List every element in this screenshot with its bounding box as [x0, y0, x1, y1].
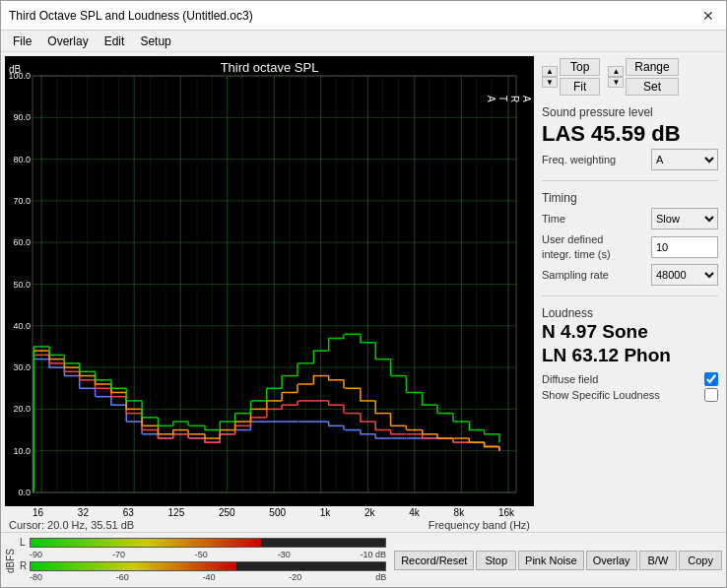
- dbfs-label: dBFS: [5, 549, 16, 573]
- loudness-section: Loudness N 4.97 Sone LN 63.12 Phon Diffu…: [542, 306, 718, 402]
- range-button[interactable]: Range: [626, 58, 678, 76]
- title-bar: Third Octave SPL and Loudness (Untitled.…: [1, 1, 726, 31]
- timing-label: Timing: [542, 191, 718, 205]
- x-label-125: 125: [168, 507, 185, 518]
- r-meter-fill: [31, 562, 236, 570]
- set-button[interactable]: Set: [626, 78, 678, 96]
- sampling-rate-select[interactable]: 44100 48000 96000: [651, 264, 718, 286]
- menu-edit[interactable]: Edit: [97, 33, 133, 50]
- fit-button[interactable]: Fit: [560, 78, 600, 96]
- scale-l-30: -30: [278, 550, 291, 559]
- meters-section: L -90 -70 -50 -30 -10 dB R: [18, 533, 390, 587]
- pink-noise-button[interactable]: Pink Noise: [518, 551, 584, 570]
- loudness-n-value: N 4.97 Sone: [542, 321, 718, 344]
- user-defined-input[interactable]: [651, 236, 718, 258]
- scale-l-90: -90: [30, 550, 42, 559]
- l-scale: -90 -70 -50 -30 -10 dB: [20, 550, 386, 559]
- db-label: dB: [9, 64, 21, 75]
- r-meter-row: R: [20, 560, 386, 571]
- range-spinners: ▲ ▼: [608, 66, 624, 88]
- menu-overlay[interactable]: Overlay: [39, 33, 96, 50]
- r-label: R: [20, 560, 28, 571]
- freq-band-label: Frequency band (Hz): [429, 519, 530, 531]
- record-reset-button[interactable]: Record/Reset: [394, 551, 474, 570]
- right-panel: ▲ ▼ Top Fit ▲ ▼ Range Set: [534, 52, 726, 532]
- divider-2: [542, 295, 718, 296]
- range-set-group: ▲ ▼ Range Set: [608, 58, 678, 96]
- sampling-rate-label: Sampling rate: [542, 269, 609, 281]
- time-select[interactable]: Slow Fast Impulse: [651, 208, 718, 229]
- bw-button[interactable]: B/W: [639, 551, 678, 570]
- range-up-btn[interactable]: ▲: [608, 66, 624, 77]
- sampling-rate-row: Sampling rate 44100 48000 96000: [542, 264, 718, 286]
- top-down-btn[interactable]: ▼: [542, 77, 558, 88]
- r-scale: -80 -60 -40 -20 dB: [20, 572, 386, 582]
- bottom-content: dBFS L -90 -70 -50 -30 -10 dB: [1, 533, 726, 587]
- stop-button[interactable]: Stop: [476, 551, 516, 570]
- diffuse-field-checkbox[interactable]: [704, 372, 718, 386]
- timing-section: Timing Time Slow Fast Impulse User defin…: [542, 191, 718, 286]
- scale-r-40: -40: [203, 572, 216, 582]
- scale-r-60: -60: [116, 572, 129, 582]
- l-meter-track: [30, 538, 386, 548]
- loudness-ln-value: LN 63.12 Phon: [542, 345, 718, 367]
- divider-1: [542, 180, 718, 181]
- show-specific-label: Show Specific Loudness: [542, 389, 660, 401]
- top-controls: ▲ ▼ Top Fit ▲ ▼ Range Set: [542, 58, 718, 96]
- top-spinners: ▲ ▼: [542, 66, 558, 88]
- spl-section: Sound pressure level LAS 45.59 dB Freq. …: [542, 105, 718, 170]
- top-button[interactable]: Top: [560, 58, 600, 76]
- main-window: Third Octave SPL and Loudness (Untitled.…: [0, 0, 727, 588]
- show-specific-checkbox[interactable]: [704, 388, 718, 402]
- scale-l-10: -10 dB: [361, 550, 387, 559]
- overlay-button[interactable]: Overlay: [586, 551, 637, 570]
- freq-weighting-select[interactable]: A B C Z: [651, 149, 718, 170]
- x-label-16k: 16k: [498, 507, 514, 518]
- l-meter-row: L: [20, 537, 386, 548]
- top-up-btn[interactable]: ▲: [542, 66, 558, 77]
- action-buttons: Record/Reset Stop Pink Noise Overlay B/W…: [390, 533, 726, 587]
- l-meter-fill: [31, 539, 261, 547]
- x-label-16: 16: [33, 507, 43, 518]
- freq-weighting-label: Freq. weighting: [542, 154, 616, 165]
- x-label-1k: 1k: [320, 507, 331, 518]
- time-row: Time Slow Fast Impulse: [542, 208, 718, 229]
- top-fit-buttons: Top Fit: [560, 58, 600, 96]
- range-set-buttons: Range Set: [626, 58, 678, 96]
- copy-button[interactable]: Copy: [679, 551, 722, 570]
- x-label-63: 63: [123, 507, 134, 518]
- x-label-4k: 4k: [409, 507, 420, 518]
- cursor-info: Cursor: 20.0 Hz, 35.51 dB: [9, 519, 134, 531]
- diffuse-field-label: Diffuse field: [542, 373, 598, 385]
- chart-area: Third octave SPL dB ARTA: [5, 56, 534, 506]
- arta-label: ARTA: [485, 96, 532, 102]
- main-content: Third octave SPL dB ARTA 16 32 63 125 25…: [1, 52, 726, 532]
- scale-l-50: -50: [195, 550, 208, 559]
- scale-l-70: -70: [112, 550, 125, 559]
- freq-weighting-row: Freq. weighting A B C Z: [542, 149, 718, 170]
- chart-title: Third octave SPL: [5, 60, 534, 75]
- spl-value: LAS 45.59 dB: [542, 121, 718, 147]
- x-label-8k: 8k: [454, 507, 465, 518]
- menu-setup[interactable]: Setup: [132, 33, 178, 50]
- window-title: Third Octave SPL and Loudness (Untitled.…: [9, 9, 253, 23]
- loudness-label: Loudness: [542, 306, 718, 320]
- diffuse-field-row: Diffuse field: [542, 372, 718, 386]
- close-button[interactable]: ✕: [698, 6, 718, 26]
- dbfs-section: dBFS: [1, 533, 18, 587]
- scale-r-20: -20: [289, 572, 301, 582]
- time-label: Time: [542, 213, 565, 225]
- chart-footer: Cursor: 20.0 Hz, 35.51 dB Frequency band…: [5, 518, 534, 532]
- x-axis-labels: 16 32 63 125 250 500 1k 2k 4k 8k 16k: [5, 506, 534, 518]
- spl-section-label: Sound pressure level: [542, 105, 718, 119]
- l-label: L: [20, 537, 28, 548]
- scale-r-80: -80: [30, 572, 42, 582]
- range-down-btn[interactable]: ▼: [608, 77, 624, 88]
- x-label-2k: 2k: [364, 507, 375, 518]
- scale-r-db: dB: [375, 572, 386, 582]
- x-label-250: 250: [219, 507, 235, 518]
- bottom-bar: dBFS L -90 -70 -50 -30 -10 dB: [1, 532, 726, 587]
- r-meter-track: [30, 561, 386, 571]
- menu-file[interactable]: File: [5, 33, 39, 50]
- show-specific-row: Show Specific Loudness: [542, 388, 718, 402]
